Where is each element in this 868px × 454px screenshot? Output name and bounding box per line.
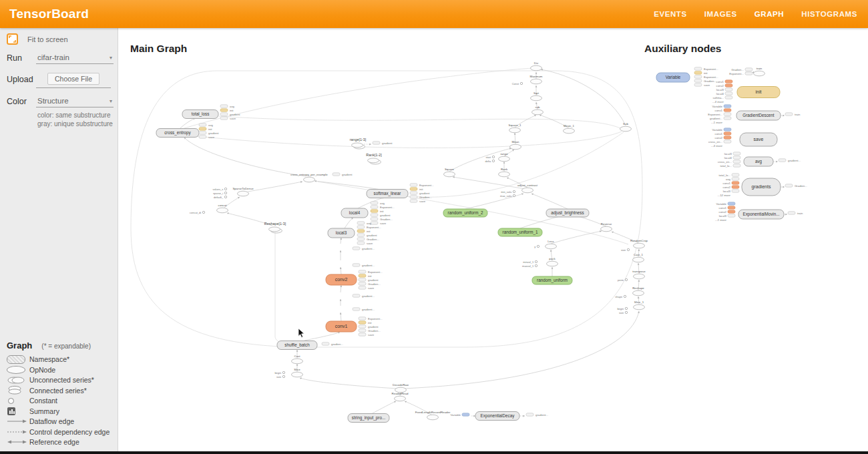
svg-text:save: save <box>208 136 215 139</box>
graph-annotation: avginitgradientsave <box>199 124 219 139</box>
svg-text:size: size <box>621 248 626 252</box>
svg-text:Exponent...: Exponent... <box>729 72 744 75</box>
svg-text:conv2: conv2 <box>719 210 727 214</box>
graph-node-save[interactable]: save <box>740 133 777 146</box>
graph-series-Rank[1-2][interactable]: Rank[1-2] <box>366 153 382 164</box>
graph-op-SparseToDense[interactable]: SparseToDense <box>232 187 254 196</box>
tab-graph[interactable]: GRAPH <box>754 10 785 18</box>
graph-op-Reshape[interactable]: Reshape <box>632 286 644 296</box>
graph-node-conv2[interactable]: conv2 <box>326 274 357 285</box>
main-graph-title: Main Graph <box>130 43 187 55</box>
run-label: Run <box>7 53 36 63</box>
graph-op-Square_1[interactable]: Square_1 <box>508 124 521 133</box>
graph-op-DecodeRaw[interactable]: DecodeRaw <box>393 383 409 393</box>
svg-text:start: start <box>485 156 491 159</box>
graph-node-random_uniform_2[interactable]: random_uniform_2 <box>443 209 487 217</box>
graph-series-Reshape[1-3][interactable]: Reshape[1-3] <box>264 222 286 233</box>
svg-text:y: y <box>534 245 535 248</box>
graph-node-shuffle_batch[interactable]: shuffle_batch <box>277 341 317 350</box>
graph-op-Square[interactable]: Square <box>444 168 455 177</box>
graph-op-pack[interactable]: pack <box>547 257 558 266</box>
svg-text:Cast_1: Cast_1 <box>634 253 643 256</box>
svg-text:conv1: conv1 <box>719 206 727 210</box>
svg-text:perm: perm <box>618 278 624 282</box>
main-graph-svg[interactable]: total_losscross_entropysoftmax_linearloc… <box>118 28 868 454</box>
graph-node-init[interactable]: init <box>737 87 780 98</box>
graph-op-sub[interactable]: sub <box>532 105 544 115</box>
graph-annotation: Variableconv1Exponent...gradient......1 … <box>708 105 731 124</box>
run-select[interactable]: cifar-train ▾ <box>36 51 114 64</box>
choose-file-button[interactable]: Choose File <box>47 73 99 85</box>
graph-node-conv1[interactable]: conv1 <box>326 321 357 332</box>
svg-text:Variable: Variable <box>451 413 461 417</box>
graph-op-Mean[interactable]: Mean <box>510 140 521 150</box>
graph-op-Maximum[interactable]: Maximum <box>529 75 542 84</box>
svg-text:Sqrt: Sqrt <box>533 91 539 95</box>
svg-text:Variable: Variable <box>716 202 727 206</box>
graph-op-Div[interactable]: Div <box>531 61 542 71</box>
svg-text:string_input_pro...: string_input_pro... <box>352 415 386 421</box>
graph-annotation: gradien... <box>322 343 343 346</box>
graph-node-string_input_pro...[interactable]: string_input_pro... <box>348 414 389 423</box>
graph-op-Sqrt[interactable]: Sqrt <box>531 91 542 101</box>
graph-op-FixedLengthRecordReader[interactable]: FixedLengthRecordReader <box>415 411 451 420</box>
graph-op-Slice_1[interactable]: Slice_1 <box>634 300 645 310</box>
svg-text:conv2: conv2 <box>723 186 731 189</box>
connected-series-icon <box>7 385 29 395</box>
graph-canvas[interactable]: total_losscross_entropysoftmax_linearloc… <box>118 28 868 454</box>
graph-node-random_uniform[interactable]: random_uniform <box>532 276 572 284</box>
svg-text:random_uniform_1: random_uniform_1 <box>503 230 538 235</box>
svg-text:total_loss: total_loss <box>192 111 210 117</box>
graph-op-Slice[interactable]: Slice <box>292 368 303 377</box>
svg-text:local3: local3 <box>719 214 727 218</box>
graph-op-Cast_1[interactable]: Cast_1 <box>633 253 644 262</box>
graph-node-local4[interactable]: local4 <box>341 208 368 218</box>
svg-text:FixedLengthRecordReader: FixedLengthRecordReader <box>415 411 451 414</box>
svg-text:Div: Div <box>534 61 539 65</box>
graph-node-GradientDescent[interactable]: GradientDescent <box>736 111 781 120</box>
graph-op-Cast[interactable]: Cast <box>292 355 303 364</box>
tab-histograms[interactable]: HISTOGRAMS <box>801 10 857 18</box>
svg-text:conv2: conv2 <box>716 84 724 87</box>
app-title: TensorBoard <box>0 7 89 21</box>
svg-text:Mean: Mean <box>512 140 520 144</box>
fit-to-screen-icon[interactable] <box>7 33 18 45</box>
graph-node-Variable[interactable]: Variable <box>656 73 690 82</box>
graph-node-local3[interactable]: local3 <box>328 228 355 238</box>
svg-text:shape: shape <box>615 295 623 298</box>
graph-op-transpose[interactable]: transpose <box>632 270 646 279</box>
graph-op-ReaderRead[interactable]: ReaderRead <box>392 392 409 401</box>
graph-op-Sub[interactable]: Sub <box>620 122 632 132</box>
svg-text:range: range <box>500 152 508 156</box>
top-nav: EVENTS IMAGES GRAPH HISTOGRAMS <box>654 10 868 18</box>
graph-op-Less[interactable]: Less <box>546 240 557 249</box>
graph-op-train[interactable]: train <box>754 67 765 76</box>
svg-text:Exponent...: Exponent... <box>419 184 434 187</box>
graph-op-Reverse[interactable]: Reverse <box>601 222 612 232</box>
tab-images[interactable]: IMAGES <box>704 10 737 18</box>
graph-op-Rank[interactable]: Rank <box>499 168 510 177</box>
graph-series-range[1-3][interactable]: range[1-3] <box>350 138 367 149</box>
graph-op-cross_entropy_per_example[interactable]: cross_entropy_per_example <box>290 173 328 182</box>
svg-text:save: save <box>754 137 764 142</box>
fit-to-screen-label[interactable]: Fit to screen <box>27 35 68 43</box>
graph-op-Mean_1[interactable]: Mean_1 <box>564 124 575 134</box>
graph-node-gradients[interactable]: gradients <box>742 178 781 196</box>
svg-text:gradient...: gradient... <box>362 264 375 267</box>
tab-events[interactable]: EVENTS <box>654 10 687 18</box>
graph-annotation: gradient <box>373 142 393 145</box>
graph-node-ExponentialMovin...[interactable]: ExponentialMovin... <box>738 210 784 219</box>
reference-edge-icon <box>7 439 29 445</box>
color-select[interactable]: Structure ▾ <box>36 95 114 107</box>
graph-node-avg[interactable]: avg <box>744 157 773 166</box>
graph-const-minval_1: minval_1 <box>523 260 537 264</box>
graph-op-RandomCrop[interactable]: RandomCrop <box>630 239 648 248</box>
graph-node-cross_entropy[interactable]: cross_entropy <box>156 129 199 138</box>
graph-node-adjust_brightness[interactable]: adjust_brightness <box>546 209 589 217</box>
svg-text:Less: Less <box>548 240 554 243</box>
graph-node-softmax_linear[interactable]: softmax_linear <box>367 190 408 198</box>
graph-node-total_loss[interactable]: total_loss <box>182 110 218 119</box>
graph-op-concat[interactable]: concat <box>217 204 228 213</box>
graph-node-random_uniform_1[interactable]: random_uniform_1 <box>498 228 542 236</box>
graph-node-ExponentialDecay[interactable]: ExponentialDecay <box>475 412 519 421</box>
